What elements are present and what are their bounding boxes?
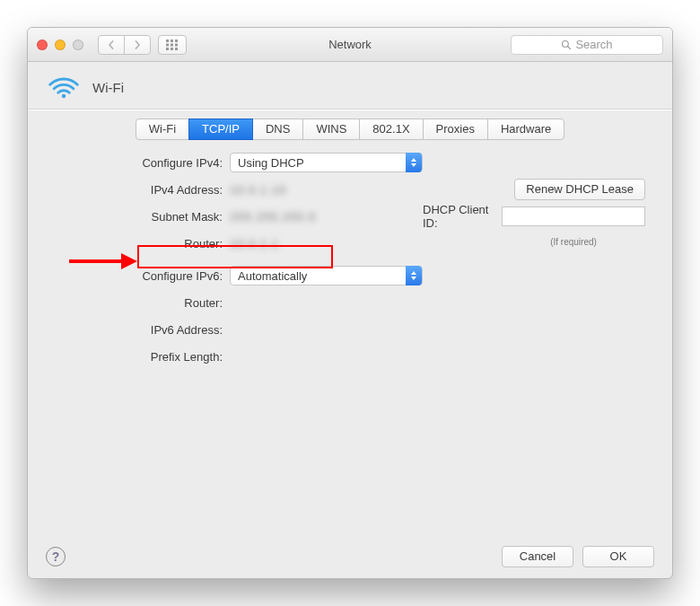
divider — [28, 109, 672, 110]
search-icon — [561, 40, 572, 50]
configure-ipv6-select[interactable]: Automatically — [230, 266, 423, 285]
grid-icon — [166, 40, 179, 50]
renew-dhcp-button[interactable]: Renew DHCP Lease — [514, 179, 645, 200]
configure-ipv6-value: Automatically — [238, 269, 307, 283]
svg-point-11 — [62, 94, 66, 99]
window-controls — [37, 40, 83, 50]
tab-proxies[interactable]: Proxies — [423, 119, 488, 140]
configure-ipv4-value: Using DHCP — [238, 156, 304, 170]
if-required-note: (If required) — [502, 237, 645, 247]
svg-rect-2 — [175, 40, 178, 42]
configure-ipv4-label: Configure IPv4: — [55, 156, 230, 170]
tab-tcp-ip[interactable]: TCP/IP — [188, 119, 253, 140]
ipv4-address-label: IPv4 Address: — [55, 183, 230, 197]
configure-ipv4-select[interactable]: Using DHCP — [230, 153, 423, 172]
svg-rect-0 — [166, 40, 169, 42]
router-value: 10.0.1.1 — [230, 237, 279, 250]
tab-wi-fi[interactable]: Wi-Fi — [136, 119, 189, 140]
network-preferences-window: Network Search Wi-Fi Wi-FiTCP/IPDNSWINS8… — [27, 27, 673, 579]
search-field[interactable]: Search — [511, 35, 663, 55]
tab-802-1x[interactable]: 802.1X — [359, 119, 423, 140]
tcpip-form: Configure IPv4: Using DHCP IPv4 Address:… — [28, 140, 672, 370]
chevron-left-icon — [107, 40, 116, 49]
sheet-footer: ? Cancel OK — [28, 535, 672, 578]
router-ipv6-label: Router: — [55, 296, 230, 310]
minimize-window-button[interactable] — [55, 40, 66, 50]
svg-rect-6 — [166, 48, 169, 50]
svg-rect-4 — [171, 43, 173, 46]
search-placeholder: Search — [575, 38, 612, 51]
svg-rect-5 — [175, 43, 178, 46]
svg-rect-3 — [166, 43, 169, 46]
ipv4-address-value: 10.0.1.10 — [230, 183, 286, 197]
nav-buttons — [98, 35, 187, 55]
page-header: Wi-Fi — [28, 62, 672, 109]
subnet-mask-value: 255.255.255.0 — [230, 210, 316, 224]
help-button[interactable]: ? — [46, 547, 66, 566]
cancel-button[interactable]: Cancel — [502, 546, 573, 567]
prefix-length-label: Prefix Length: — [55, 350, 230, 364]
svg-rect-8 — [175, 48, 178, 50]
svg-line-10 — [568, 46, 571, 48]
tab-hardware[interactable]: Hardware — [487, 119, 564, 140]
stepper-icon — [406, 153, 422, 172]
ok-button[interactable]: OK — [582, 546, 654, 567]
router-label: Router: — [55, 237, 230, 250]
wifi-icon — [48, 75, 80, 100]
svg-rect-1 — [171, 40, 173, 42]
tab-bar: Wi-FiTCP/IPDNSWINS802.1XProxiesHardware — [28, 119, 672, 140]
configure-ipv6-label: Configure IPv6: — [55, 269, 230, 283]
page-title: Wi-Fi — [92, 80, 124, 95]
ipv6-address-label: IPv6 Address: — [55, 323, 230, 337]
show-all-button[interactable] — [158, 35, 187, 55]
chevron-right-icon — [133, 40, 142, 49]
back-button[interactable] — [98, 35, 125, 55]
close-window-button[interactable] — [37, 40, 48, 50]
forward-button[interactable] — [124, 35, 151, 55]
dhcp-client-id-label: DHCP Client ID: — [423, 203, 494, 230]
subnet-mask-label: Subnet Mask: — [55, 210, 230, 224]
stepper-icon — [406, 266, 422, 285]
svg-rect-7 — [171, 48, 173, 50]
tab-dns[interactable]: DNS — [252, 119, 303, 140]
zoom-window-button[interactable] — [73, 40, 83, 50]
titlebar: Network Search — [28, 28, 672, 62]
dhcp-client-id-input[interactable] — [502, 206, 645, 226]
tab-wins[interactable]: WINS — [302, 119, 360, 140]
